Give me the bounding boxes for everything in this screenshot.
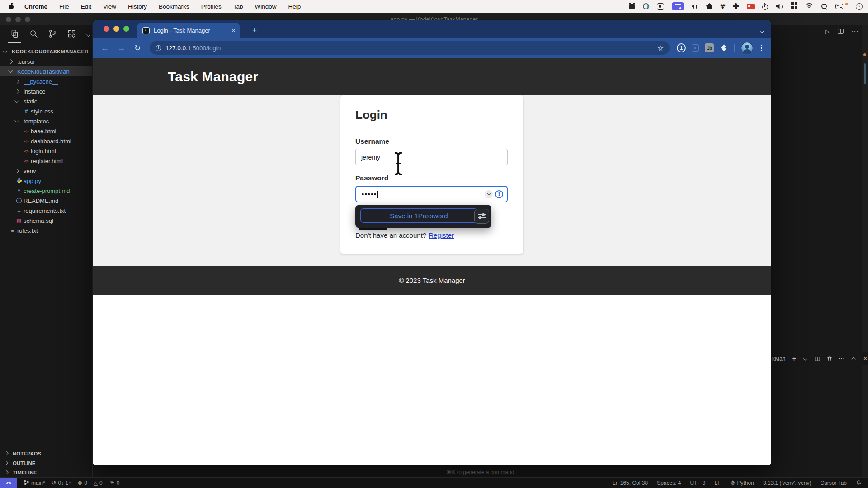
menu-window[interactable]: Window: [249, 3, 282, 10]
menu-file[interactable]: File: [53, 3, 75, 10]
more-actions-icon[interactable]: [852, 28, 859, 35]
menu-edit[interactable]: Edit: [75, 3, 97, 10]
tree-item-create-prompt-md[interactable]: create-prompt.md: [0, 186, 92, 196]
tab-close-icon[interactable]: [231, 27, 236, 34]
close-panel-icon[interactable]: [863, 355, 868, 363]
language-mode[interactable]: Python: [730, 480, 754, 486]
wifi-icon[interactable]: [805, 2, 813, 10]
spotlight-icon[interactable]: [821, 2, 828, 10]
username-input[interactable]: [355, 149, 508, 165]
dropbox-icon[interactable]: ◆◆◆: [720, 2, 725, 10]
circled-arrow-icon[interactable]: [856, 2, 863, 10]
extensions-puzzle-icon[interactable]: [720, 44, 728, 52]
tree-item-login-html[interactable]: login.html: [0, 146, 92, 156]
cross-app-icon[interactable]: [733, 2, 739, 10]
1b-extension-icon[interactable]: [705, 43, 714, 52]
volume-icon[interactable]: [776, 2, 783, 10]
browser-tab[interactable]: Login - Task Manager: [137, 23, 240, 38]
tree-item-schema-sql[interactable]: schema.sql: [0, 216, 92, 225]
section-outline[interactable]: OUTLINE: [0, 458, 92, 468]
new-terminal-icon[interactable]: [791, 354, 797, 363]
reload-button[interactable]: [131, 41, 144, 55]
search-icon[interactable]: [29, 29, 38, 38]
tree-item-kodekloudtaskman[interactable]: KodeKloudTaskMan: [0, 66, 92, 76]
encoding[interactable]: UTF-8: [690, 480, 706, 486]
creative-cloud-icon[interactable]: [643, 2, 649, 10]
forward-button[interactable]: [114, 41, 128, 55]
menu-bookmarks[interactable]: Bookmarks: [153, 3, 195, 10]
screen-mirroring-icon[interactable]: [672, 2, 684, 10]
remote-indicator[interactable]: [0, 478, 17, 488]
trash-icon[interactable]: [826, 356, 833, 362]
tree-item-requirements-txt[interactable]: requirements.txt: [0, 206, 92, 216]
cursor-tab-status[interactable]: Cursor Tab: [821, 480, 847, 486]
maximize-panel-icon[interactable]: [851, 357, 857, 361]
video-app-icon[interactable]: [747, 2, 755, 10]
python-interpreter[interactable]: 3.13.1 ('venv': venv): [763, 480, 811, 486]
menu-tab[interactable]: Tab: [227, 3, 249, 10]
menu-view[interactable]: View: [97, 3, 122, 10]
bookmark-star-icon[interactable]: [657, 44, 664, 52]
problems-errors[interactable]: 0: [77, 479, 87, 486]
git-branch-status[interactable]: main*: [24, 480, 45, 486]
tree-item-base-html[interactable]: base.html: [0, 126, 92, 136]
menu-history[interactable]: History: [122, 3, 153, 10]
save-in-1password-button[interactable]: Save in 1Password: [360, 208, 477, 223]
menu-profiles[interactable]: Profiles: [195, 3, 227, 10]
tree-item-templates[interactable]: templates: [0, 116, 92, 126]
timer-icon[interactable]: [762, 2, 768, 10]
notifications-bell[interactable]: [856, 480, 862, 486]
section-timeline[interactable]: TIMELINE: [0, 468, 92, 477]
url-text[interactable]: 127.0.0.1:5000/login: [165, 45, 221, 52]
section-notepads[interactable]: NOTEPADS: [0, 449, 92, 458]
chevron-down-icon[interactable]: [86, 33, 90, 37]
framed-app-icon[interactable]: [657, 2, 664, 10]
back-button[interactable]: [98, 41, 112, 55]
tree-item-pycache[interactable]: __pycache__: [0, 76, 92, 86]
menu-help[interactable]: Help: [282, 3, 307, 10]
onepassword-settings-icon[interactable]: [474, 209, 489, 224]
address-bar[interactable]: 127.0.0.1:5000/login: [150, 41, 670, 55]
editor-scrollbar-strip[interactable]: [862, 25, 868, 477]
password-input[interactable]: •••••: [355, 186, 508, 202]
chrome-close-button[interactable]: [104, 26, 109, 32]
onepassword-extension-icon[interactable]: [677, 43, 686, 52]
tab-search-chevron-icon[interactable]: [760, 26, 764, 34]
run-icon[interactable]: [825, 28, 830, 35]
tree-item-rules-txt[interactable]: rules.txt: [0, 225, 92, 235]
tree-item-static[interactable]: static: [0, 96, 92, 106]
tree-item-cursor-folder[interactable]: .cursor: [0, 56, 92, 66]
chrome-minimize-button[interactable]: [113, 26, 119, 32]
tree-item-dashboard-html[interactable]: dashboard.html: [0, 136, 92, 146]
new-tab-button[interactable]: [248, 24, 261, 37]
more-icon[interactable]: [839, 356, 845, 362]
eol-sequence[interactable]: LF: [715, 480, 721, 486]
cursor-position[interactable]: Ln 165, Col 38: [613, 480, 648, 486]
split-terminal-icon[interactable]: [814, 356, 821, 362]
cube-app-icon[interactable]: [706, 2, 712, 10]
git-sync-status[interactable]: 0↓ 1↑: [52, 479, 71, 486]
chrome-window-controls[interactable]: [104, 26, 129, 32]
split-editor-icon[interactable]: [838, 29, 844, 34]
terminal-tab-label[interactable]: kMan: [772, 356, 785, 362]
menu-chrome[interactable]: Chrome: [19, 3, 53, 10]
tree-item-venv[interactable]: venv: [0, 166, 92, 176]
explorer-icon[interactable]: [10, 29, 19, 38]
problems-warnings[interactable]: 0: [94, 480, 103, 486]
chrome-zoom-button[interactable]: [123, 26, 129, 32]
github-icon[interactable]: [629, 2, 635, 10]
onepassword-dropdown-icon[interactable]: [485, 190, 493, 198]
tree-item-app-py[interactable]: app.py: [0, 176, 92, 186]
ports-status[interactable]: 0: [109, 480, 120, 486]
tree-item-style-css[interactable]: style.css: [0, 106, 92, 116]
chrome-menu-icon[interactable]: [759, 45, 764, 52]
indentation[interactable]: Spaces: 4: [657, 480, 681, 486]
tree-item-instance[interactable]: instance: [0, 86, 92, 96]
profile-avatar[interactable]: [741, 42, 753, 54]
disabled-extension-icon[interactable]: [692, 44, 699, 52]
register-link[interactable]: Register: [429, 231, 454, 239]
extensions-icon[interactable]: [67, 29, 76, 38]
apple-logo-icon[interactable]: [8, 3, 14, 10]
tree-item-register-html[interactable]: register.html: [0, 156, 92, 166]
terminal-dropdown-icon[interactable]: [803, 358, 808, 360]
